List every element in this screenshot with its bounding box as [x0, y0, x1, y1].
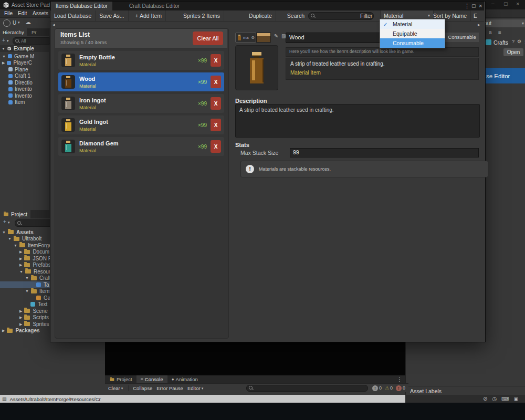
tab-hierarchy[interactable]: Hierarchy [0, 28, 27, 37]
items-search-input[interactable] [317, 13, 366, 19]
expander-icon[interactable]: ▶ [19, 263, 22, 267]
editor-caret-icon[interactable]: ▾ [202, 386, 204, 390]
tab-items-database-editor[interactable]: Items Database Editor [51, 2, 112, 10]
expander-icon[interactable]: ▼ [25, 289, 29, 293]
clear-caret-icon[interactable]: ▾ [121, 386, 123, 390]
expander-icon[interactable]: ▼ [19, 270, 23, 274]
hierarchy-row[interactable]: Craft 1 [0, 73, 49, 79]
info-count-icon[interactable]: ! [372, 385, 378, 391]
expander-icon[interactable]: ▶ [19, 250, 22, 254]
item-row-diamond-gem[interactable]: Diamond Gem Material ×99 X [58, 137, 224, 156]
menu-item-consumable[interactable]: Consumable [380, 38, 445, 48]
tab-console[interactable]: ≡ Console [136, 375, 167, 383]
account-label[interactable]: U [13, 20, 16, 26]
project-search[interactable] [15, 219, 54, 227]
status-path[interactable]: Assets/Ultrabolt/ItemForge/Resources/Cr [10, 396, 101, 402]
add-asset-button[interactable]: + [3, 219, 6, 225]
sprite-object-field[interactable]: ma ⊙ [235, 33, 256, 43]
console-search[interactable] [246, 385, 368, 392]
item-row-empty-bottle[interactable]: Empty Bottle Material ×99 X [58, 51, 224, 70]
color-swatch[interactable] [256, 33, 271, 43]
menu-item-equipable[interactable]: Equipable [380, 29, 445, 38]
sprites-to-items-button[interactable]: Sprites 2 Items [180, 10, 224, 21]
kebab-icon[interactable]: ⋮ [523, 39, 525, 44]
lock-icon[interactable]: a [489, 30, 492, 35]
bell-off-icon[interactable]: ⊘ [483, 396, 487, 402]
hierarchy-row[interactable]: Item [0, 99, 49, 106]
scroll-left-icon[interactable]: ◂ [52, 23, 55, 27]
presets-icon[interactable]: ⚙ [517, 39, 521, 44]
hierarchy-row[interactable]: ▼ Game M [0, 53, 49, 59]
clock-icon[interactable]: ◷ [492, 396, 497, 402]
expander-icon[interactable]: ▶ [19, 309, 22, 313]
tray-box-icon[interactable]: ▣ [514, 397, 519, 402]
menu-item-material[interactable]: ✓ Material [380, 19, 445, 29]
cloud-icon[interactable]: ☁ [25, 19, 31, 25]
item-name-input[interactable]: Wood [286, 33, 382, 43]
account-caret-icon[interactable]: ▾ [18, 20, 20, 24]
expander-icon[interactable]: ▼ [8, 237, 12, 240]
remove-item-button[interactable]: X [211, 97, 221, 110]
object-picker-icon[interactable]: ⊙ [251, 36, 255, 40]
clear-button[interactable]: Clear [108, 385, 120, 391]
window-menu-icon[interactable]: ⋮ [464, 3, 470, 9]
expander-icon[interactable]: ▶ [2, 329, 5, 332]
item-row-gold-ingot[interactable]: Gold Ingot Material ×99 X [58, 116, 224, 134]
scroll-right-icon[interactable]: ▸ [478, 23, 480, 27]
restore-icon[interactable]: ▢ [471, 4, 476, 8]
minimize-icon[interactable]: – [491, 1, 495, 6]
hierarchy-row[interactable]: Plane [0, 66, 49, 72]
project-search-input[interactable] [23, 220, 46, 226]
load-database-button[interactable]: Load Database [50, 10, 96, 21]
collapse-button[interactable]: Collapse [128, 385, 152, 391]
max-stack-input[interactable]: 99 [290, 148, 479, 158]
tab-project[interactable]: Project [0, 210, 30, 218]
hierarchy-row[interactable]: ▶ PlayerC [0, 60, 49, 66]
editor-dropdown[interactable]: Editor [187, 385, 201, 391]
close-icon[interactable]: × [516, 1, 519, 7]
add-asset-caret-icon[interactable]: ▾ [8, 220, 10, 224]
tab-project-bottom[interactable]: Project [105, 375, 136, 383]
expander-icon[interactable]: ▶ [19, 322, 22, 326]
expander-icon[interactable]: ▶ [19, 316, 22, 319]
tab-animation[interactable]: ● Animation [167, 375, 202, 383]
menu-assets[interactable]: Assets [33, 10, 48, 16]
expander-icon[interactable]: ▶ [19, 257, 22, 260]
account-avatar-icon[interactable] [3, 19, 10, 27]
item-row-iron-ingot[interactable]: Iron Ingot Material ×99 X [58, 94, 224, 113]
expander-icon[interactable]: ▶ [2, 61, 5, 65]
item-row-wood-selected[interactable]: Wood Material ×99 X [58, 72, 224, 91]
inspector-menu-icon[interactable]: ≡ [498, 30, 501, 35]
error-count-icon[interactable]: ! [396, 385, 402, 391]
clear-all-button[interactable]: Clear All [193, 32, 223, 45]
add-item-button[interactable]: + Add Item [132, 10, 166, 21]
add-object-button[interactable]: + [2, 38, 5, 43]
hierarchy-search[interactable]: All [13, 37, 51, 45]
type-consumable-button[interactable]: Consumable [445, 33, 479, 42]
hierarchy-search-filter[interactable]: All [21, 38, 26, 44]
remove-item-button[interactable]: X [211, 76, 221, 88]
console-search-input[interactable] [255, 385, 356, 391]
remove-item-button[interactable]: X [211, 54, 221, 67]
tab-project-cut[interactable]: Pr [32, 29, 37, 35]
expander-icon[interactable]: ▼ [2, 55, 6, 58]
edit-sprite-icon[interactable]: ✎ [274, 34, 278, 39]
close-icon[interactable]: × [479, 3, 482, 9]
remove-item-button[interactable]: X [211, 140, 221, 153]
tab-craft-database-editor[interactable]: Craft Database Editor [124, 2, 184, 10]
warning-count-icon[interactable]: ⚠ [385, 386, 389, 391]
keyboard-icon[interactable]: ⌨ [501, 396, 509, 402]
open-button[interactable]: Open [503, 48, 523, 56]
export-button-cut[interactable]: E [474, 13, 477, 19]
duplicate-button[interactable]: Duplicate [245, 10, 276, 21]
menu-edit[interactable]: Edit [18, 10, 27, 16]
expander-icon[interactable]: ▼ [2, 47, 5, 50]
hierarchy-row[interactable]: Directio [0, 79, 49, 86]
kebab-icon[interactable]: ⋮ [397, 377, 402, 382]
expander-icon[interactable]: ▼ [14, 244, 17, 247]
expander-icon[interactable]: ▼ [25, 276, 29, 280]
add-object-caret-icon[interactable]: ▾ [7, 39, 9, 43]
error-pause-button[interactable]: Error Pause [156, 385, 183, 391]
restore-icon[interactable]: ▢ [503, 2, 508, 6]
description-textarea[interactable]: A strip of treated leather used in craft… [235, 104, 480, 138]
